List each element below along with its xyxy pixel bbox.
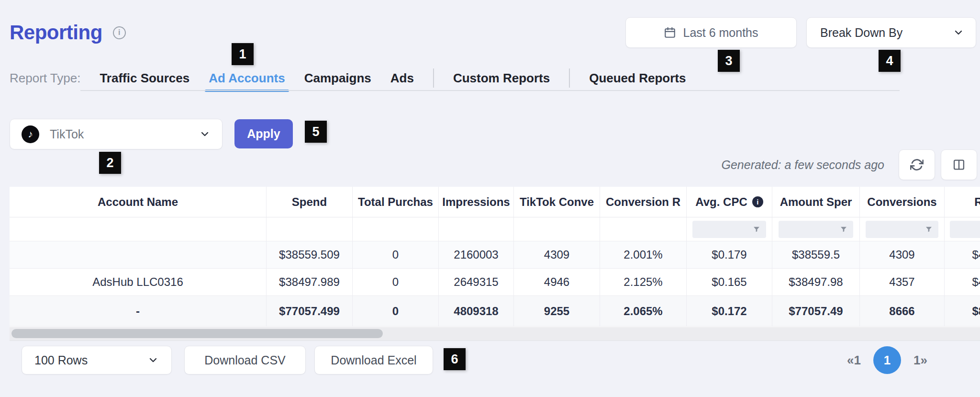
table-cell: 2649315 [439, 269, 514, 295]
column-header-label: Total Purchas [358, 195, 433, 209]
breakdown-select[interactable]: Break Down By [806, 17, 976, 48]
table-cell: $0.165 [687, 269, 772, 295]
column-header-label: Conversions [867, 195, 936, 209]
tab-custom-reports[interactable]: Custom Reports [453, 67, 550, 91]
tiktok-icon: ♪ [22, 125, 39, 143]
download-excel-button[interactable]: Download Excel [314, 346, 433, 374]
table-cell: $38497.98 [772, 269, 860, 295]
column-header-account-name[interactable]: Account Name [10, 187, 267, 217]
table-cell: $40 [945, 241, 980, 268]
tabs-underline [80, 90, 900, 91]
report-table: Account NameSpendTotal PurchasImpression… [10, 187, 980, 341]
filter-cell [514, 217, 600, 241]
table-cell: $38559.5 [772, 241, 860, 268]
traffic-source-select[interactable]: ♪ TikTok [10, 119, 223, 149]
table-cell: 2160003 [439, 241, 514, 268]
horizontal-scrollbar-thumb[interactable] [11, 329, 383, 338]
table-total-row: -$77057.4990480931892552.065%$0.172$7705… [10, 296, 980, 327]
tab-ads[interactable]: Ads [390, 67, 414, 91]
tab-traffic-sources[interactable]: Traffic Sources [100, 67, 189, 91]
info-icon[interactable]: i [752, 196, 763, 207]
column-header-conversion-r[interactable]: Conversion R [600, 187, 687, 217]
pagination-first[interactable]: «1 [847, 353, 861, 368]
pagination-last[interactable]: 1» [913, 353, 927, 368]
horizontal-scrollbar-track[interactable] [10, 327, 980, 340]
table-cell: 9255 [514, 296, 600, 326]
rows-per-page-select[interactable]: 100 Rows [22, 346, 172, 374]
column-header-tiktok-conve[interactable]: TikTok Conve [514, 187, 600, 217]
table-cell: $41 [945, 269, 980, 295]
column-header-label: Avg. CPC [695, 195, 747, 209]
column-filter-input[interactable] [779, 221, 854, 238]
table-cell: 2.065% [600, 296, 687, 326]
table-cell: 2.001% [600, 241, 687, 268]
table-filter-row [10, 217, 980, 241]
download-csv-button[interactable]: Download CSV [184, 346, 306, 374]
filter-cell [10, 217, 267, 241]
filter-funnel-icon [840, 226, 847, 233]
column-filter-input[interactable] [692, 221, 766, 238]
column-header-spend[interactable]: Spend [267, 187, 353, 217]
report-type-label: Report Type: [10, 67, 80, 86]
annotation-badge-2: 2 [99, 152, 121, 174]
tab-ad-accounts[interactable]: Ad Accounts [209, 67, 285, 91]
page-header: Reporting i [10, 21, 126, 44]
annotation-badge-4: 4 [879, 50, 901, 72]
column-header-label: Spend [292, 195, 327, 209]
column-header-label: Account Name [98, 195, 178, 209]
annotation-badge-5: 5 [305, 121, 327, 143]
filter-cell [267, 217, 353, 241]
filter-cell [687, 217, 772, 241]
page-title: Reporting [10, 21, 102, 44]
breakdown-label: Break Down By [820, 26, 902, 40]
column-header-conversions[interactable]: Conversions [860, 187, 945, 217]
table-cell: AdsHub LLC0316 [10, 269, 267, 295]
table-cell: 4309 [860, 241, 945, 268]
table-cell: 4809318 [439, 296, 514, 326]
filter-cell [772, 217, 860, 241]
column-header-avg-cpc[interactable]: Avg. CPCi [687, 187, 772, 217]
column-header-label: TikTok Conve [520, 195, 594, 209]
tab-campaigns[interactable]: Campaigns [304, 67, 371, 91]
filter-funnel-icon [925, 226, 933, 233]
annotation-badge-6: 6 [444, 348, 466, 370]
chevron-down-icon [953, 27, 964, 38]
table-cell: $38559.509 [267, 241, 353, 268]
refresh-icon [910, 158, 924, 171]
annotation-badge-3: 3 [718, 50, 740, 72]
filter-cell [945, 217, 980, 241]
table-cell: - [10, 296, 267, 326]
apply-button[interactable]: Apply [234, 119, 293, 148]
annotation-badge-1: 1 [232, 43, 254, 65]
table-header-row: Account NameSpendTotal PurchasImpression… [10, 187, 980, 217]
column-header-total-purchas[interactable]: Total Purchas [353, 187, 439, 217]
table-cell: $0.179 [687, 241, 772, 268]
column-filter-input[interactable] [950, 221, 980, 238]
filter-cell [353, 217, 439, 241]
table-cell: $81 [945, 296, 980, 326]
filter-cell [600, 217, 687, 241]
generated-status: Generated: a few seconds ago [721, 158, 884, 172]
table-cell: 0 [353, 296, 439, 326]
chevron-down-icon [199, 128, 211, 140]
column-header-impressions[interactable]: Impressions [439, 187, 514, 217]
column-header-label: Conversion R [606, 195, 680, 209]
column-header-re[interactable]: Re [945, 187, 980, 217]
table-row: $38559.5090216000343092.001%$0.179$38559… [10, 241, 980, 269]
table-scroll: Account NameSpendTotal PurchasImpression… [10, 187, 980, 327]
table-cell: 0 [353, 269, 439, 295]
pagination-page-1[interactable]: 1 [873, 346, 901, 374]
date-range-label: Last 6 months [683, 26, 758, 40]
info-icon[interactable]: i [113, 26, 126, 39]
column-filter-input[interactable] [866, 221, 938, 238]
pagination: «1 1 1» [847, 346, 927, 374]
table-cell: 4309 [514, 241, 600, 268]
column-header-amount-sper[interactable]: Amount Sper [772, 187, 860, 217]
tab-divider [433, 68, 434, 88]
date-range-button[interactable]: Last 6 months [625, 17, 797, 48]
columns-button[interactable] [941, 149, 977, 180]
table-cell: 2.125% [600, 269, 687, 295]
tab-queued-reports[interactable]: Queued Reports [589, 67, 686, 91]
calendar-icon [664, 26, 676, 39]
refresh-button[interactable] [899, 149, 935, 180]
